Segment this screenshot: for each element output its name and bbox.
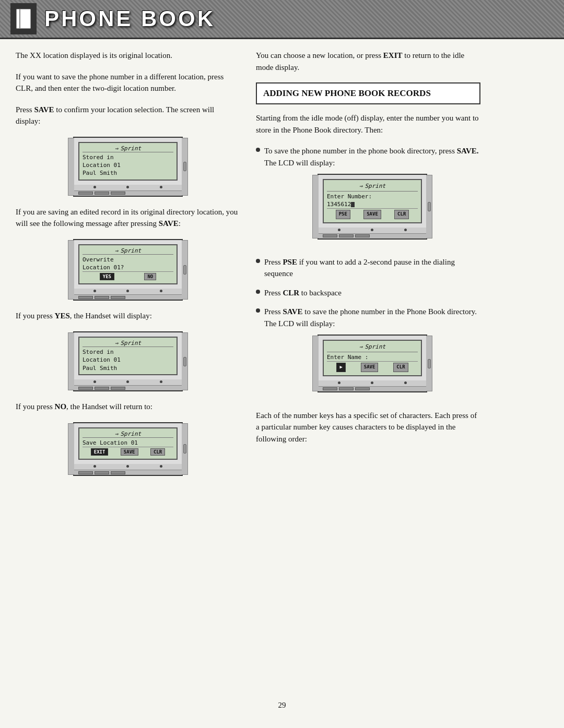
dots-row-1 — [74, 185, 182, 190]
sprint-label-3: Sprint — [120, 340, 141, 347]
bottom-btn-nameb — [339, 387, 354, 390]
phone-screen-enter-number: ⇒ Sprint Enter Number:1345612 PSE SAVE C… — [323, 179, 422, 223]
dot-ena — [338, 229, 340, 231]
screen-content-name: Enter Name : — [327, 353, 418, 361]
phone-widget-3: ⇒ Sprint Stored inLocation 01Paul Smith — [73, 331, 183, 391]
dot-enc — [404, 229, 407, 231]
save-btn-name[interactable]: SAVE — [361, 363, 379, 372]
bottom-btn-1a — [78, 192, 93, 195]
phone-bottom-name — [319, 386, 426, 391]
side-button-2 — [183, 265, 186, 275]
bullet-dot-1 — [256, 148, 260, 152]
svg-rect-0 — [17, 9, 30, 28]
softkeys-name: ▶ SAVE CLR — [327, 361, 418, 373]
bottom-btns-1 — [78, 192, 125, 195]
bullet-dot-4 — [256, 308, 260, 313]
dot-2b — [126, 290, 129, 292]
save-btn-en[interactable]: SAVE — [363, 210, 381, 219]
dot-4b — [126, 465, 129, 468]
sprint-arrow-2: ⇒ — [115, 247, 119, 254]
dot-namea — [338, 381, 340, 384]
softkeys-4: EXIT SAVE CLR — [83, 447, 173, 457]
sprint-label-4: Sprint — [120, 431, 141, 437]
phone-widget-enter-name: ⇒ Sprint Enter Name : ▶ SAVE CLR — [318, 335, 427, 392]
page-header: PHONE BOOK — [0, 0, 564, 39]
bottom-btn-2c — [111, 296, 125, 299]
phone-sidebar-left-3 — [68, 332, 74, 390]
dot-3a — [93, 380, 96, 383]
side-button-name — [428, 359, 431, 368]
clr-bold: CLR — [283, 289, 299, 297]
phone-screen-3: ⇒ Sprint Stored inLocation 01Paul Smith — [78, 337, 178, 375]
phone-screen-1: ⇒ Sprint Stored inLocation 01Paul Smith — [78, 142, 178, 181]
dot-1b — [126, 186, 129, 188]
phone-screen-enter-name: ⇒ Sprint Enter Name : ▶ SAVE CLR — [323, 340, 422, 376]
exit-bold: EXIT — [383, 51, 403, 59]
save-bold-1: SAVE — [159, 219, 179, 228]
phone-sidebar-left-en — [312, 175, 319, 238]
bottom-btn-namea — [323, 387, 337, 390]
side-button-4 — [183, 444, 186, 453]
bottom-btn-enb — [339, 234, 354, 237]
left-para-4: If you are saving an edited record in it… — [16, 206, 240, 230]
phone-screen-2: ⇒ Sprint OverwriteLocation 01? YES NO — [78, 244, 178, 285]
phone-sidebar-left-4 — [68, 423, 74, 475]
screen-header-3: ⇒ Sprint — [83, 340, 173, 347]
phone-sidebar-left-name — [312, 336, 319, 391]
phone-sidebar-left-1 — [68, 138, 74, 196]
bottom-btn-3b — [95, 387, 109, 390]
page-footer: 29 — [0, 696, 564, 715]
bottom-btn-2b — [95, 296, 109, 299]
yes-btn[interactable]: YES — [100, 273, 114, 280]
pse-bold: PSE — [283, 258, 297, 266]
book-icon — [10, 3, 37, 34]
bottom-btn-3a — [78, 387, 93, 390]
phone-widget-4: ⇒ Sprint Save Location 01 EXIT SAVE CLR — [73, 422, 183, 476]
bullet-dot-3 — [256, 290, 260, 294]
main-content: The XX location displayed is its origina… — [0, 39, 564, 496]
save-btn-4[interactable]: SAVE — [121, 448, 138, 456]
clr-btn-en[interactable]: CLR — [394, 210, 409, 219]
bottom-btn-4b — [95, 471, 109, 474]
cursor-btn-name[interactable]: ▶ — [336, 363, 345, 372]
clr-btn-4[interactable]: CLR — [150, 448, 165, 456]
sprint-label-1: Sprint — [120, 145, 141, 152]
sprint-label-2: Sprint — [120, 247, 141, 254]
left-para-5: If you press YES, the Handset will displ… — [16, 310, 240, 322]
sprint-arrow-name: ⇒ — [359, 343, 363, 352]
bottom-btns-4 — [78, 471, 125, 474]
phone-sidebar-right-1 — [182, 138, 188, 196]
bottom-btn-1b — [95, 192, 109, 195]
exit-btn[interactable]: EXIT — [91, 448, 109, 456]
right-para-3: Each of the number keys has a specific s… — [256, 410, 480, 445]
bottom-btn-ena — [323, 234, 337, 237]
phone-widget-1: ⇒ Sprint Stored inLocation 01Paul Smith — [73, 137, 183, 197]
save-bold-r: SAVE — [283, 307, 302, 316]
dot-namec — [404, 381, 407, 384]
bullet-dot-2 — [256, 259, 260, 263]
bottom-btn-4a — [78, 471, 93, 474]
no-btn[interactable]: NO — [144, 273, 156, 280]
bullet-text-4: Press SAVE to save the phone number in t… — [264, 306, 480, 401]
screen-header-en: ⇒ Sprint — [327, 182, 418, 192]
left-para-6: If you press NO, the Handset will return… — [16, 401, 240, 413]
phone-screen-4: ⇒ Sprint Save Location 01 EXIT SAVE CLR — [78, 427, 178, 460]
sprint-label-name: Sprint — [365, 343, 385, 352]
phone-bottom-1 — [74, 190, 182, 196]
left-para-2: If you want to save the phone number in … — [16, 71, 240, 94]
dot-enb — [371, 229, 373, 231]
sprint-arrow-4: ⇒ — [115, 431, 119, 437]
screen-header-4: ⇒ Sprint — [83, 431, 173, 438]
screen-content-3: Stored inLocation 01Paul Smith — [83, 348, 173, 372]
sprint-arrow-en: ⇒ — [359, 182, 363, 191]
clr-btn-name[interactable]: CLR — [393, 363, 408, 372]
section-heading: ADDING NEW PHONE BOOK RECORDS — [256, 82, 480, 104]
dots-row-3 — [74, 379, 182, 385]
bottom-btn-enc — [355, 234, 370, 237]
pse-btn[interactable]: PSE — [336, 210, 350, 219]
bottom-btn-4c — [111, 471, 125, 474]
phone-sidebar-right-4 — [182, 423, 188, 475]
phone-sidebar-right-name — [426, 336, 432, 391]
softkeys-en: PSE SAVE CLR — [327, 208, 418, 220]
bottom-btn-2a — [78, 296, 93, 299]
